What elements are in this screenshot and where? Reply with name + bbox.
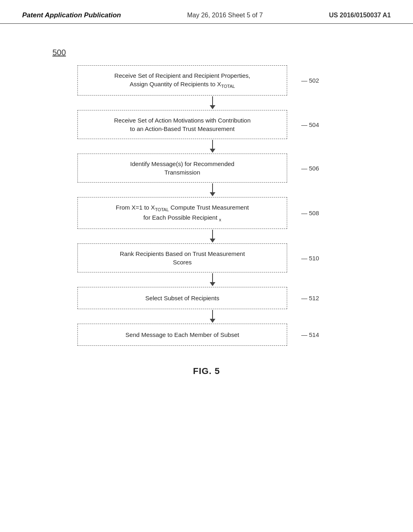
step-label-508: 508 — [301, 209, 319, 217]
flow-row-510: Rank Recipients Based on Trust Measureme… — [65, 243, 348, 272]
publication-label: Patent Application Publication — [22, 11, 121, 19]
diagram-number: 500 — [52, 48, 66, 57]
flow-box-504: Receive Set of Action Motivations with C… — [77, 110, 287, 139]
flow-box-508: From X=1 to XTOTAL Compute Trust Measure… — [77, 197, 287, 229]
flow-box-512-text: Select Subset of Recipients — [145, 294, 219, 302]
arrow-line-6 — [210, 310, 215, 323]
flow-row-508: From X=1 to XTOTAL Compute Trust Measure… — [65, 197, 348, 229]
step-label-502: 502 — [301, 76, 319, 85]
flow-row-502: Receive Set of Recipient and Recipient P… — [65, 65, 348, 96]
arrow-1 — [108, 96, 317, 110]
flow-box-512: Select Subset of Recipients 512 — [77, 287, 287, 309]
flow-box-510-text: Rank Recipients Based on Trust Measureme… — [120, 249, 245, 266]
flow-box-504-text: Receive Set of Action Motivations with C… — [114, 116, 251, 133]
arrow-6 — [108, 309, 317, 324]
arrow-shaft-2 — [212, 140, 213, 149]
arrow-line-1 — [210, 96, 215, 109]
arrow-head-4 — [210, 239, 215, 243]
arrow-2 — [108, 139, 317, 154]
arrow-line-5 — [210, 273, 215, 286]
flow-box-502: Receive Set of Recipient and Recipient P… — [77, 65, 287, 96]
arrow-head-2 — [210, 149, 215, 153]
step-label-506: 506 — [301, 164, 319, 172]
page: Patent Application Publication May 26, 2… — [0, 0, 413, 532]
flowchart: Receive Set of Recipient and Recipient P… — [65, 65, 348, 346]
step-label-510: 510 — [301, 254, 319, 262]
figure-label: FIG. 5 — [193, 366, 220, 376]
arrow-shaft-5 — [212, 273, 213, 282]
arrow-line-2 — [210, 140, 215, 153]
flow-box-514-text: Send Message to Each Member of Subset — [125, 330, 239, 339]
arrow-5 — [108, 272, 317, 287]
arrow-head-3 — [210, 192, 215, 196]
arrow-head-5 — [210, 282, 215, 286]
arrow-4 — [108, 229, 317, 243]
arrow-3 — [108, 183, 317, 197]
flow-box-506-text: Identify Message(s) for Recommended Tran… — [130, 160, 234, 177]
flow-box-514: Send Message to Each Member of Subset 51… — [77, 324, 287, 346]
date-sheet-label: May 26, 2016 Sheet 5 of 7 — [187, 12, 263, 19]
flow-row-514: Send Message to Each Member of Subset 51… — [65, 324, 348, 346]
step-label-514: 514 — [301, 330, 319, 339]
flow-box-506: Identify Message(s) for Recommended Tran… — [77, 154, 287, 183]
content-area: 500 Receive Set of Recipient and Recipie… — [0, 24, 413, 376]
flow-box-508-text: From X=1 to XTOTAL Compute Trust Measure… — [116, 203, 249, 223]
step-label-512: 512 — [301, 294, 319, 302]
flow-row-512: Select Subset of Recipients 512 — [65, 287, 348, 309]
arrow-line-3 — [210, 183, 215, 196]
step-label-504: 504 — [301, 121, 319, 129]
arrow-shaft-1 — [212, 96, 213, 105]
flow-row-504: Receive Set of Action Motivations with C… — [65, 110, 348, 139]
flow-box-502-text: Receive Set of Recipient and Recipient P… — [115, 71, 250, 89]
arrow-line-4 — [210, 230, 215, 243]
arrow-head-6 — [210, 319, 215, 323]
flow-row-506: Identify Message(s) for Recommended Tran… — [65, 154, 348, 183]
arrow-shaft-3 — [212, 183, 213, 192]
arrow-shaft-6 — [212, 310, 213, 319]
header: Patent Application Publication May 26, 2… — [0, 0, 413, 24]
patent-number-label: US 2016/0150037 A1 — [329, 12, 391, 19]
arrow-head-1 — [210, 105, 215, 109]
flow-box-510: Rank Recipients Based on Trust Measureme… — [77, 243, 287, 272]
arrow-shaft-4 — [212, 230, 213, 239]
